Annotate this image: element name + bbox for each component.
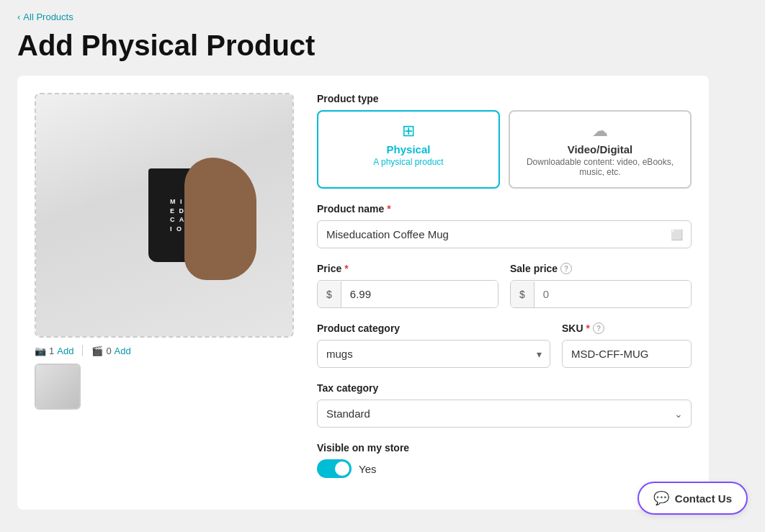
- price-row: Price * $ Sale price ? $: [317, 263, 692, 308]
- product-name-input[interactable]: [317, 220, 692, 248]
- breadcrumb: ‹ All Products: [17, 12, 748, 22]
- toggle-thumb: [335, 461, 349, 476]
- camera-icon: 📷: [35, 346, 46, 356]
- sale-currency: $: [511, 281, 534, 307]
- sale-price-input[interactable]: [534, 281, 691, 307]
- video-icon: 🎬: [91, 346, 103, 356]
- product-type-row: ⊞ Physical A physical product ☁ Video/Di…: [317, 110, 692, 189]
- thumbnail-1[interactable]: [35, 364, 81, 410]
- sku-label: SKU * ?: [562, 323, 692, 334]
- sku-field: SKU * ?: [562, 323, 692, 368]
- product-name-wrapper: ⬜: [317, 220, 692, 248]
- input-right-icon: ⬜: [671, 229, 683, 240]
- add-video-button[interactable]: Add: [115, 346, 131, 356]
- image-toolbar: 📷 1 Add 🎬 0 Add: [35, 345, 294, 356]
- photo-count: 1: [49, 346, 54, 356]
- hand-shape: [184, 158, 256, 280]
- category-sku-row: Product category mugs cups accessories ▾…: [317, 323, 692, 368]
- product-type-label: Product type: [317, 93, 692, 104]
- price-input-wrapper: $: [317, 280, 498, 308]
- thumbnail-row: [35, 364, 294, 410]
- photo-count-item: 📷 1 Add: [35, 346, 73, 356]
- toolbar-separator: [82, 345, 83, 356]
- digital-type-subtitle: Downloadable content: video, eBooks, mus…: [522, 157, 679, 177]
- contact-us-button[interactable]: 💬 Contact Us: [638, 482, 748, 515]
- sku-required-star: *: [586, 323, 590, 334]
- digital-type-title: Video/Digital: [522, 143, 679, 155]
- toggle-track: [317, 459, 352, 478]
- image-dropzone[interactable]: M I SE D UC A TI O N: [35, 93, 294, 338]
- visible-yes-label: Yes: [359, 463, 376, 475]
- price-required-star: *: [344, 263, 348, 274]
- category-select[interactable]: mugs cups accessories: [317, 340, 550, 368]
- breadcrumb-link[interactable]: All Products: [23, 12, 73, 22]
- tax-category-label: Tax category: [317, 382, 692, 394]
- product-name-group: Product name * ⬜: [317, 203, 692, 248]
- video-count: 0: [106, 346, 111, 356]
- sale-price-label: Sale price ?: [510, 263, 692, 274]
- back-arrow-icon: ‹: [17, 12, 20, 22]
- product-type-group: Product type ⊞ Physical A physical produ…: [317, 93, 692, 189]
- visible-label: Visible on my store: [317, 442, 692, 454]
- price-currency: $: [318, 281, 341, 307]
- sale-price-input-wrapper: $: [510, 280, 692, 308]
- price-input[interactable]: [341, 281, 498, 307]
- product-image: M I SE D UC A TI O N: [36, 94, 292, 336]
- required-star: *: [387, 203, 390, 215]
- tax-category-field: Tax category Standard Reduced Exempt ⌄: [317, 382, 692, 428]
- category-label: Product category: [317, 323, 550, 334]
- physical-type-icon: ⊞: [330, 122, 487, 140]
- category-select-wrapper: mugs cups accessories ▾: [317, 340, 550, 368]
- sale-price-field: Sale price ? $: [510, 263, 692, 308]
- physical-type-card[interactable]: ⊞ Physical A physical product: [317, 110, 500, 189]
- add-photo-button[interactable]: Add: [57, 346, 73, 356]
- tax-category-select[interactable]: Standard Reduced Exempt: [317, 400, 692, 428]
- video-count-item: 🎬 0 Add: [91, 346, 130, 356]
- physical-type-subtitle: A physical product: [330, 157, 487, 167]
- category-field: Product category mugs cups accessories ▾: [317, 323, 550, 368]
- visible-toggle[interactable]: [317, 459, 352, 478]
- digital-type-icon: ☁: [522, 122, 679, 140]
- physical-type-title: Physical: [330, 143, 487, 155]
- thumbnail-image: [36, 365, 79, 408]
- image-section: M I SE D UC A TI O N 📷 1 Add 🎬: [35, 93, 294, 492]
- visible-row: Yes: [317, 459, 692, 478]
- sku-input[interactable]: [562, 340, 692, 368]
- visible-group: Visible on my store Yes: [317, 442, 692, 478]
- product-name-label: Product name *: [317, 203, 692, 215]
- main-card: M I SE D UC A TI O N 📷 1 Add 🎬: [17, 76, 709, 510]
- price-field: Price * $: [317, 263, 498, 308]
- sku-info-icon[interactable]: ?: [593, 323, 604, 334]
- price-label: Price *: [317, 263, 498, 274]
- contact-icon: 💬: [653, 490, 669, 506]
- page-title: Add Physical Product: [17, 30, 748, 61]
- contact-us-label: Contact Us: [675, 492, 732, 505]
- form-section: Product type ⊞ Physical A physical produ…: [317, 93, 692, 492]
- digital-type-card[interactable]: ☁ Video/Digital Downloadable content: vi…: [509, 110, 692, 189]
- tax-select-wrapper: Standard Reduced Exempt ⌄: [317, 400, 692, 428]
- sale-price-info-icon[interactable]: ?: [560, 263, 572, 274]
